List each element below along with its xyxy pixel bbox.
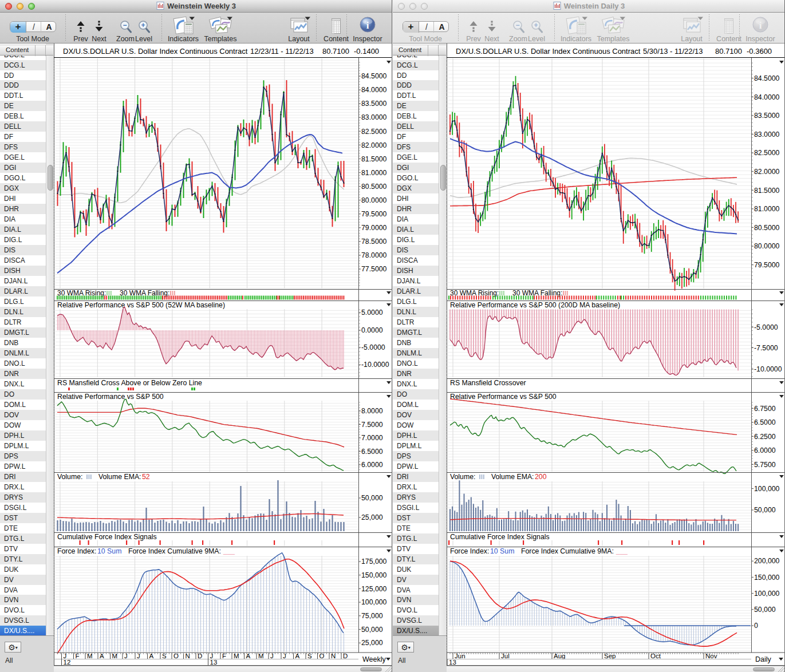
svg-text:200: 200 <box>535 473 547 481</box>
svg-text:F: F <box>222 653 226 659</box>
svg-text:80.7100: 80.7100 <box>715 47 742 56</box>
svg-text:D: D <box>198 653 202 659</box>
svg-text:F: F <box>76 653 80 659</box>
svg-text:Oct: Oct <box>650 653 661 659</box>
svg-text:-7.5000: -7.5000 <box>754 344 778 352</box>
svg-text:13: 13 <box>449 659 456 666</box>
svg-text:Weekly: Weekly <box>362 655 386 663</box>
svg-text:84.5000: 84.5000 <box>361 72 387 80</box>
svg-text:RS Mansfield Cross Above or Be: RS Mansfield Cross Above or Below Zero L… <box>57 379 202 387</box>
svg-text:78.5000: 78.5000 <box>361 238 387 246</box>
svg-text:77.5000: 77.5000 <box>361 265 387 273</box>
svg-text:DX/U.S.DOLLAR: DX/U.S.DOLLAR <box>63 47 120 56</box>
svg-text:D: D <box>343 653 348 659</box>
svg-text:N: N <box>186 653 190 659</box>
svg-text:___: ___ <box>616 547 628 555</box>
svg-text:Force Index:: Force Index: <box>450 547 489 555</box>
svg-text:O: O <box>173 653 179 659</box>
svg-text:52: 52 <box>142 473 150 481</box>
svg-text:80.7100: 80.7100 <box>322 47 349 56</box>
svg-text:−: − <box>515 21 519 29</box>
svg-text:S: S <box>162 653 167 659</box>
svg-text:100,000: 100,000 <box>754 485 780 493</box>
svg-text:12: 12 <box>64 659 71 666</box>
svg-text:Jul: Jul <box>501 653 510 659</box>
svg-text:0.0000: 0.0000 <box>361 326 383 334</box>
svg-text:7.0000: 7.0000 <box>361 434 383 442</box>
svg-text:125,000: 125,000 <box>361 585 387 593</box>
svg-text:Relative Performance vs S&P 50: Relative Performance vs S&P 500 <box>450 393 557 401</box>
svg-text:RS Mansfield Crossover: RS Mansfield Crossover <box>450 379 526 387</box>
svg-text:80.5000: 80.5000 <box>754 224 780 232</box>
svg-text:6.0000: 6.0000 <box>361 461 383 469</box>
svg-text:78.0000: 78.0000 <box>361 251 387 259</box>
svg-text:Volume:: Volume: <box>450 473 475 481</box>
svg-text:81.5000: 81.5000 <box>754 187 780 195</box>
svg-text:83.0000: 83.0000 <box>361 113 387 121</box>
svg-text:84.0000: 84.0000 <box>361 86 387 94</box>
svg-text:-10.0000: -10.0000 <box>361 361 389 369</box>
svg-text:M: M <box>112 653 118 659</box>
svg-text:A: A <box>149 653 154 659</box>
svg-text:Volume:: Volume: <box>57 473 82 481</box>
svg-text:A: A <box>246 653 251 659</box>
svg-text:82.5000: 82.5000 <box>361 128 387 136</box>
svg-text:J: J <box>270 653 274 659</box>
svg-text:81.5000: 81.5000 <box>361 155 387 163</box>
svg-text:79.0000: 79.0000 <box>361 224 387 232</box>
svg-text:Force Index:: Force Index: <box>57 547 96 555</box>
svg-text:25,000: 25,000 <box>361 513 383 521</box>
svg-text:81.0000: 81.0000 <box>754 205 780 213</box>
svg-text:81.0000: 81.0000 <box>361 169 387 177</box>
svg-text:6.5000: 6.5000 <box>361 448 383 456</box>
svg-text:25,000: 25,000 <box>361 639 383 647</box>
svg-text:-10.0000: -10.0000 <box>754 365 782 373</box>
svg-text:82.0000: 82.0000 <box>754 168 780 176</box>
svg-text:J: J <box>137 653 140 659</box>
svg-text:i: i <box>759 20 762 31</box>
svg-text:50,000: 50,000 <box>361 494 383 502</box>
svg-text:+: + <box>534 21 538 29</box>
svg-text:80.5000: 80.5000 <box>361 183 387 191</box>
svg-text:84.0000: 84.0000 <box>754 93 780 101</box>
svg-text:83.5000: 83.5000 <box>361 100 387 108</box>
svg-text:80.0000: 80.0000 <box>754 242 780 250</box>
svg-text:5/30/13 - 11/22/13: 5/30/13 - 11/22/13 <box>643 47 703 56</box>
svg-text:79.5000: 79.5000 <box>361 210 387 218</box>
svg-text:J: J <box>283 653 286 659</box>
svg-text:-5.0000: -5.0000 <box>754 323 778 331</box>
svg-text:M: M <box>87 653 93 659</box>
svg-text:12/23/11 - 11/22/13: 12/23/11 - 11/22/13 <box>250 47 314 56</box>
svg-text:83.5000: 83.5000 <box>754 112 780 120</box>
svg-text:Volume EMA:: Volume EMA: <box>98 473 141 481</box>
svg-text:-5.0000: -5.0000 <box>361 343 385 351</box>
svg-text:7.5000: 7.5000 <box>361 421 383 429</box>
svg-text:75,000: 75,000 <box>361 612 383 620</box>
svg-text:6.5000: 6.5000 <box>754 418 776 426</box>
svg-text:8.0000: 8.0000 <box>361 407 383 415</box>
svg-text:A: A <box>295 653 300 659</box>
svg-text:10 Sum: 10 Sum <box>97 547 121 555</box>
svg-text:Relative Performance vs S&P 50: Relative Performance vs S&P 500 (52W MA … <box>57 301 225 309</box>
svg-text:S: S <box>307 653 312 659</box>
svg-text:6.0000: 6.0000 <box>754 446 776 454</box>
svg-text:Sep: Sep <box>604 653 616 659</box>
svg-text:6.7500: 6.7500 <box>754 405 776 413</box>
svg-text:50,000: 50,000 <box>361 626 383 634</box>
svg-text:10 Sum: 10 Sum <box>490 547 514 555</box>
svg-text:Force Index Cumulative 9MA:: Force Index Cumulative 9MA: <box>128 547 221 555</box>
svg-text:O: O <box>319 653 325 659</box>
svg-text:J: J <box>124 653 128 659</box>
svg-text:-0.3600: -0.3600 <box>747 47 772 56</box>
svg-text:50,000: 50,000 <box>754 606 776 614</box>
svg-text:100,000: 100,000 <box>361 598 387 606</box>
svg-text:Nov: Nov <box>705 653 717 659</box>
svg-text:U.S. Dollar Index Continuous C: U.S. Dollar Index Continuous Contract <box>121 47 248 56</box>
svg-text:79.5000: 79.5000 <box>754 261 780 269</box>
svg-text:Force Index Cumulative 9MA:: Force Index Cumulative 9MA: <box>521 547 614 555</box>
svg-text:Daily: Daily <box>755 655 772 663</box>
svg-text:DX/U.S.DOLLAR: DX/U.S.DOLLAR <box>456 47 512 56</box>
svg-text:U.S. Dollar Index Continuous C: U.S. Dollar Index Continuous Contract <box>514 47 641 56</box>
svg-text:___: ___ <box>223 547 235 555</box>
svg-text:Relative Performance vs S&P 50: Relative Performance vs S&P 500 (200D MA… <box>450 301 620 309</box>
